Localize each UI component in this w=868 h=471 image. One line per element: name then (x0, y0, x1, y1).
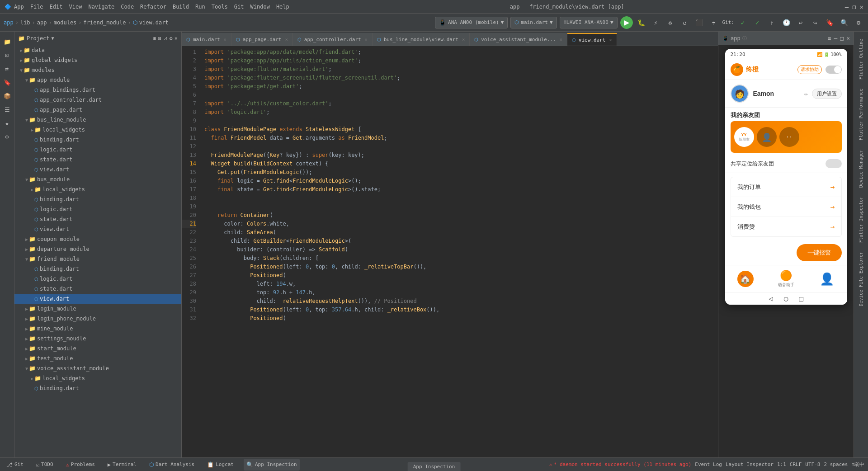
nav-item-voice[interactable]: 🟠 语音助手 (766, 270, 807, 288)
tree-item-bus-line-view[interactable]: ▶ ⬡ view.dart (14, 165, 181, 174)
menu-file[interactable]: File (30, 4, 43, 10)
tree-item-bus-local-widgets[interactable]: ▶ 📁 local_widgets (14, 184, 181, 194)
menu-help[interactable]: Help (276, 4, 289, 10)
git-check-icon[interactable]: ✓ (737, 17, 749, 28)
bottom-tab-todo[interactable]: ☑ TODO (33, 459, 56, 471)
tab-close-icon[interactable]: × (224, 37, 226, 42)
expand-all-icon[interactable]: ⊞ (153, 35, 156, 42)
preview-menu-icon[interactable]: ≡ (828, 35, 831, 42)
undo-button[interactable]: ↩ (795, 17, 807, 28)
friend-group-bar[interactable]: YY 新朋友 👤 ·· (731, 121, 842, 153)
tab-close-icon[interactable]: × (560, 37, 562, 42)
hot-restart-button[interactable]: ↺ (679, 17, 691, 28)
tree-item-friend-state[interactable]: ▶ ⬡ state.dart (14, 284, 181, 294)
preview-expand-icon[interactable]: □ (840, 35, 844, 42)
menu-git[interactable]: Git (234, 4, 244, 10)
flutter-outline-label[interactable]: Flutter Outline (858, 35, 864, 83)
tree-item-bus-module[interactable]: ▼ 📁 bus_module (14, 174, 181, 184)
tree-item-departure-module[interactable]: ▶ 📁 departure_module (14, 244, 181, 254)
git-history-icon[interactable]: 🕐 (780, 17, 792, 28)
bottom-tab-terminal[interactable]: ▶ Terminal (105, 459, 139, 471)
project-icon[interactable]: 📁 (1, 35, 14, 48)
collapse-all-icon[interactable]: ⊟ (158, 35, 161, 42)
toggle-button[interactable] (826, 66, 842, 74)
tree-item-login-phone-module[interactable]: ▶ 📁 login_phone_module (14, 314, 181, 324)
menu-item-consume[interactable]: 消费赞 → (731, 217, 841, 236)
commit-icon[interactable]: ⊡ (1, 49, 14, 61)
nav-item-profile[interactable]: 👤 (807, 272, 847, 286)
tab-voice-assistant[interactable]: ⬡ voice_assistant_module... × (470, 33, 567, 46)
tree-item-data[interactable]: ▶ 📁 data (14, 45, 181, 55)
tab-close-icon[interactable]: × (462, 37, 465, 42)
preview-minimize-icon[interactable]: — (834, 35, 838, 42)
tree-item-app-module[interactable]: ▼ 📁 app_module (14, 75, 181, 85)
settings-button[interactable]: ⚙ (853, 17, 864, 28)
structure-icon[interactable]: ☰ (1, 103, 14, 116)
git-push-icon[interactable]: ↑ (766, 17, 778, 28)
bottom-tab-git[interactable]: ⎇ Git (4, 459, 26, 471)
device-manager-label[interactable]: Device Manager (858, 146, 864, 191)
menu-code[interactable]: Code (121, 4, 134, 10)
tab-view-dart[interactable]: ⬡ view.dart × (567, 33, 617, 46)
menu-view[interactable]: View (69, 4, 82, 10)
edit-icon[interactable]: ✏️ (804, 90, 808, 97)
bottom-tab-logcat[interactable]: 📋 Logcat (204, 459, 236, 471)
preview-close-icon[interactable]: × (846, 35, 850, 42)
tree-item-bus-line-local-widgets[interactable]: ▶ 📁 local_widgets (14, 125, 181, 135)
minimize-button[interactable]: — (845, 3, 849, 10)
tree-item-friend-logic[interactable]: ▶ ⬡ logic.dart (14, 274, 181, 284)
tree-item-bus-logic[interactable]: ▶ ⬡ logic.dart (14, 204, 181, 214)
run-button[interactable]: ▶ (620, 16, 633, 29)
home-button[interactable]: ○ (784, 294, 788, 303)
tree-item-friend-view[interactable]: ▶ ⬡ view.dart (14, 294, 181, 304)
event-log-link[interactable]: Event Log (695, 462, 722, 467)
tab-main-dart[interactable]: ⬡ main.dart × (182, 33, 231, 46)
code-content[interactable]: import 'package:app/app/data/model/frien… (200, 46, 718, 457)
git-diff-icon[interactable]: ✓ (751, 17, 763, 28)
tree-item-friend-module[interactable]: ▼ 📁 friend_module (14, 254, 181, 264)
bottom-tab-problems[interactable]: ⚠ Problems (63, 459, 98, 471)
menu-edit[interactable]: Edit (50, 4, 63, 10)
bookmark-icon[interactable]: 🔖 (824, 17, 835, 28)
tree-item-voice-binding[interactable]: ▶ ⬡ binding.dart (14, 383, 181, 393)
huawei-device-selector[interactable]: HUAWEI ANA-AN00 ▼ (560, 17, 618, 28)
share-toggle[interactable] (826, 159, 842, 168)
tab-bus-line-view[interactable]: ⬡ bus_line_module\view.dart × (373, 33, 470, 46)
breadcrumb-file[interactable]: view.dart (139, 19, 169, 26)
tree-item-bus-line-binding[interactable]: ▶ ⬡ binding.dart (14, 135, 181, 145)
tree-item-global-widgets[interactable]: ▶ 📁 global_widgets (14, 55, 181, 65)
settings-icon[interactable]: ⚙ (170, 35, 173, 42)
tree-item-friend-binding[interactable]: ▶ ⬡ binding.dart (14, 264, 181, 274)
tree-item-bus-line-state[interactable]: ▶ ⬡ state.dart (14, 155, 181, 165)
breadcrumb-friend-module[interactable]: friend_module (84, 19, 126, 26)
bookmarks2-icon[interactable]: ★ (1, 117, 14, 129)
tree-item-coupon-module[interactable]: ▶ 📁 coupon_module (14, 234, 181, 244)
maximize-button[interactable]: ❐ (852, 3, 856, 10)
menu-build[interactable]: Build (173, 4, 189, 10)
recent-button[interactable]: □ (799, 294, 803, 303)
tab-close-icon[interactable]: × (365, 37, 368, 42)
tree-item-voice-assistant-module[interactable]: ▼ 📁 voice_assistant_module (14, 363, 181, 373)
tree-item-modules[interactable]: ▼ 📁 modules (14, 65, 181, 75)
layout-inspector-link[interactable]: Layout Inspector (726, 462, 774, 467)
tab-app-controller[interactable]: ⬡ app_controller.dart × (293, 33, 373, 46)
coverage-button[interactable]: ☂ (708, 17, 720, 28)
flutter-inspector-label[interactable]: Flutter Inspector (858, 193, 864, 246)
tree-item-app-bindings[interactable]: ▶ ⬡ app_bindings.dart (14, 85, 181, 95)
bottom-tab-dart-analysis[interactable]: ⬡ Dart Analysis (146, 459, 197, 471)
tree-item-bus-view[interactable]: ▶ ⬡ view.dart (14, 224, 181, 234)
user-settings-button[interactable]: 用户设置 (812, 89, 842, 99)
pull-requests-icon[interactable]: ⇄ (1, 62, 14, 75)
search-button[interactable]: 🔍 (838, 17, 850, 28)
dropdown-icon[interactable]: ▼ (52, 36, 54, 41)
stop-button[interactable]: ⬛ (693, 17, 705, 28)
tree-item-bus-binding[interactable]: ▶ ⬡ binding.dart (14, 194, 181, 204)
menu-app[interactable]: App (14, 4, 24, 10)
flutter-performance-label[interactable]: Flutter Performance (858, 85, 864, 144)
bottom-tab-app-inspection[interactable]: 🔍 App Inspection (244, 459, 300, 471)
menu-window[interactable]: Window (250, 4, 270, 10)
breadcrumb-app[interactable]: app (4, 19, 14, 26)
close-button[interactable]: ✕ (860, 3, 863, 10)
tree-item-bus-state[interactable]: ▶ ⬡ state.dart (14, 214, 181, 224)
debug-button[interactable]: 🐛 (636, 17, 647, 28)
